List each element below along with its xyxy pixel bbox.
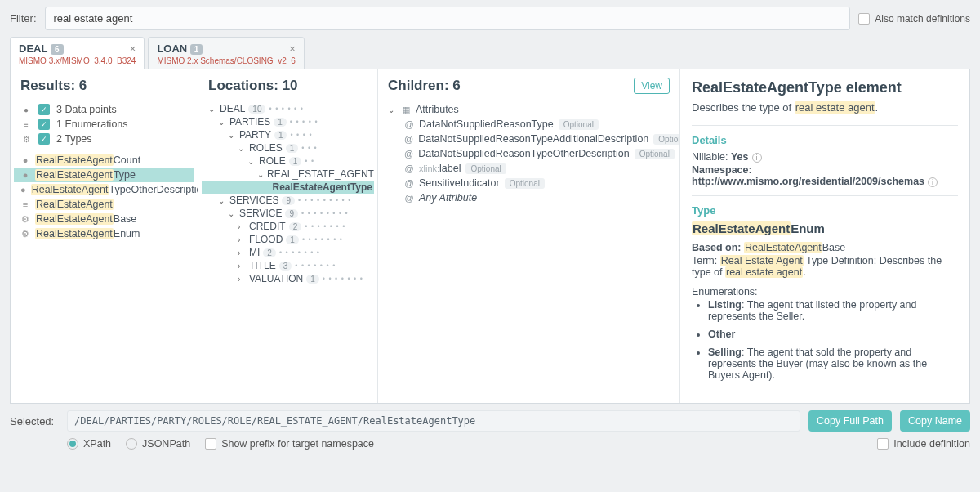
child-item[interactable]: @DataNotSuppliedReasonTypeAdditionalDesc… xyxy=(381,132,676,146)
check-icon[interactable]: ✓ xyxy=(38,119,50,130)
tab-deal[interactable]: DEAL 6×MISMO 3.x/MISMO_3.4.0_B324 xyxy=(10,37,145,69)
type-name: RealEstateAgentEnum xyxy=(692,221,958,235)
child-item[interactable]: @Any Attribute xyxy=(381,190,676,205)
based-on-row: Based on: RealEstateAgentBase xyxy=(692,242,958,253)
child-item[interactable]: @DataNotSuppliedReasonTypeOptional xyxy=(381,117,676,132)
result-item[interactable]: ●RealEstateAgentType xyxy=(14,168,194,182)
chevron-icon[interactable]: › xyxy=(238,248,246,257)
tree-node[interactable]: ›MI2• • • • • • • xyxy=(202,246,374,259)
also-match-checkbox[interactable]: Also match definitions xyxy=(858,13,970,25)
result-type-icon: ● xyxy=(20,170,30,180)
attribute-icon: @ xyxy=(404,149,413,159)
tree-node[interactable]: ⌄ROLE1• • xyxy=(202,154,374,168)
summary-row: ≡✓1 Enumerations xyxy=(14,117,194,132)
tree-node[interactable]: ›TITLE3• • • • • • • xyxy=(202,259,374,272)
summary-type-icon: ● xyxy=(20,104,32,115)
summary-row: ⚙✓2 Types xyxy=(14,132,194,146)
attributes-caret-icon[interactable]: ⌄ xyxy=(388,105,396,114)
result-item[interactable]: ⚙RealEstateAgentEnum xyxy=(14,226,194,241)
info-icon[interactable]: i xyxy=(928,177,938,187)
info-icon[interactable]: i xyxy=(752,153,762,163)
chevron-icon[interactable]: ⌄ xyxy=(228,209,236,218)
optional-badge: Optional xyxy=(635,149,675,159)
selected-path[interactable]: /DEAL/PARTIES/PARTY/ROLES/ROLE/REAL_ESTA… xyxy=(67,410,800,432)
children-heading: Children: 6 xyxy=(388,78,461,94)
copy-full-path-button[interactable]: Copy Full Path xyxy=(808,410,892,432)
chevron-icon[interactable]: › xyxy=(238,222,246,231)
detail-description: Describes the type of real estate agent. xyxy=(692,101,958,114)
show-prefix-checkbox[interactable]: Show prefix for target namespace xyxy=(205,438,374,450)
child-item[interactable]: @DataNotSuppliedReasonTypeOtherDescripti… xyxy=(381,146,676,161)
results-heading: Results: 6 xyxy=(14,78,194,102)
include-definition-checkbox[interactable]: Include definition xyxy=(877,438,970,450)
enum-item: Other xyxy=(708,329,958,340)
tree-node[interactable]: ⌄ROLES1• • • xyxy=(202,141,374,154)
chevron-icon[interactable]: › xyxy=(238,235,246,244)
chevron-icon[interactable]: ⌄ xyxy=(218,118,226,127)
xpath-label: XPath xyxy=(83,438,111,450)
result-item[interactable]: ●RealEstateAgentTypeOtherDescription xyxy=(14,182,194,197)
chevron-icon[interactable]: › xyxy=(238,262,246,271)
chevron-icon[interactable]: ⌄ xyxy=(208,105,216,114)
include-definition-label: Include definition xyxy=(893,438,970,450)
tree-node[interactable]: ⌄PARTY1• • • • xyxy=(202,128,374,141)
child-item[interactable]: @SensitiveIndicatorOptional xyxy=(381,176,676,190)
attribute-icon: @ xyxy=(404,134,413,144)
close-icon[interactable]: × xyxy=(289,42,296,55)
nillable-row: Nillable: Yesi xyxy=(692,151,958,163)
filter-input[interactable] xyxy=(45,7,851,30)
result-item[interactable]: ≡RealEstateAgent xyxy=(14,197,194,212)
tree-node[interactable]: ›FLOOD1• • • • • • • xyxy=(202,233,374,246)
detail-title: RealEstateAgentType element xyxy=(692,79,958,96)
chevron-icon[interactable]: ⌄ xyxy=(247,157,256,166)
tree-node[interactable]: ›VALUATION1• • • • • • • xyxy=(202,272,374,285)
tree-node[interactable]: ⌄SERVICE9• • • • • • • • xyxy=(202,207,374,220)
tree-node[interactable]: ›CREDIT2• • • • • • • xyxy=(202,220,374,233)
term-row: Term: Real Estate Agent Type Definition:… xyxy=(692,255,958,278)
result-type-icon: ● xyxy=(20,155,30,165)
xpath-radio[interactable]: XPath xyxy=(67,438,111,450)
show-prefix-label: Show prefix for target namespace xyxy=(221,438,374,450)
copy-name-button[interactable]: Copy Name xyxy=(900,410,970,432)
attribute-icon: @ xyxy=(404,163,414,173)
chevron-icon[interactable]: ⌄ xyxy=(238,144,246,153)
type-section-header: Type xyxy=(692,195,958,217)
attributes-header: Attributes xyxy=(416,104,459,115)
view-button[interactable]: View xyxy=(634,78,670,94)
optional-badge: Optional xyxy=(559,119,599,130)
tree-node[interactable]: ⌄REAL_ESTATE_AGENT1• xyxy=(202,168,374,181)
optional-badge: Optional xyxy=(653,134,680,145)
tree-node[interactable]: ⌄SERVICES9• • • • • • • • • xyxy=(202,194,374,207)
child-item[interactable]: @xlink:labelOptional xyxy=(381,161,676,176)
jsonpath-label: JSONPath xyxy=(142,438,190,450)
result-item[interactable]: ●RealEstateAgentCount xyxy=(14,153,194,168)
tree-node[interactable]: ⌄DEAL10• • • • • • xyxy=(202,102,374,115)
chevron-icon[interactable]: ⌄ xyxy=(228,131,236,140)
attributes-group-icon: ▦ xyxy=(401,105,411,115)
close-icon[interactable]: × xyxy=(130,42,136,55)
chevron-icon[interactable]: ⌄ xyxy=(257,170,264,179)
jsonpath-radio[interactable]: JSONPath xyxy=(126,438,190,450)
tree-node[interactable]: ⌄PARTIES1• • • • • xyxy=(202,115,374,128)
check-icon[interactable]: ✓ xyxy=(38,104,50,115)
chevron-icon[interactable]: › xyxy=(238,275,246,284)
filter-label: Filter: xyxy=(10,12,37,25)
check-icon[interactable]: ✓ xyxy=(38,133,50,145)
tree-node[interactable]: RealEstateAgentType xyxy=(202,181,374,194)
chevron-icon[interactable]: ⌄ xyxy=(218,196,226,205)
namespace-row: Namespace:http://www.mismo.org/residenti… xyxy=(692,164,958,187)
result-type-icon: ⚙ xyxy=(20,214,30,224)
summary-type-icon: ⚙ xyxy=(20,133,32,145)
summary-type-icon: ≡ xyxy=(20,119,32,130)
details-section-header: Details xyxy=(692,125,958,146)
result-type-icon: ⚙ xyxy=(20,229,30,239)
also-match-label: Also match definitions xyxy=(875,13,970,25)
attribute-icon: @ xyxy=(404,178,414,188)
enum-item: Selling: The agent that sold the propert… xyxy=(708,347,958,381)
attribute-icon: @ xyxy=(404,119,414,129)
result-type-icon: ● xyxy=(20,185,26,195)
enum-item: Listing: The agent that listed the prope… xyxy=(708,299,958,322)
result-item[interactable]: ⚙RealEstateAgentBase xyxy=(14,212,194,226)
tab-loan[interactable]: LOAN 1×MISMO 2.x Schemas/CLOSING_v2_6 xyxy=(148,37,305,69)
optional-badge: Optional xyxy=(505,178,545,189)
